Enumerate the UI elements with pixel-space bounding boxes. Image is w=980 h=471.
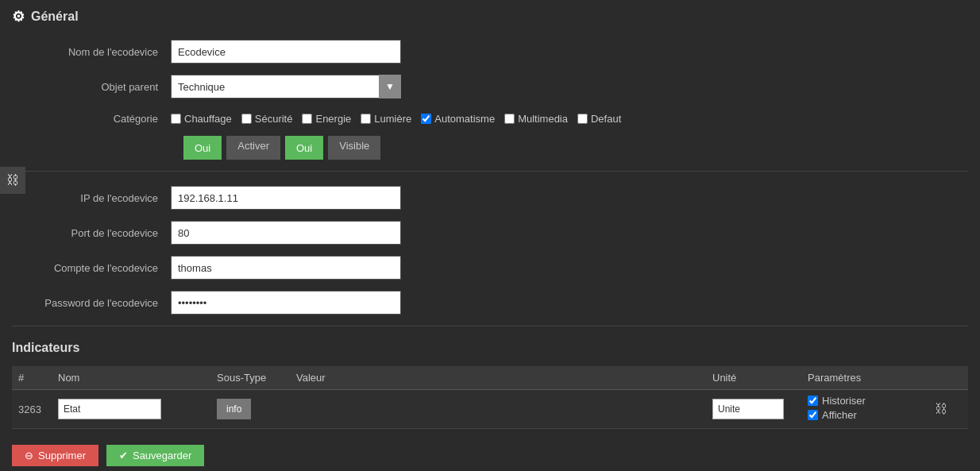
col-header-unite: Unité — [706, 366, 801, 390]
afficher-label: Afficher — [822, 409, 857, 421]
category-multimedia[interactable]: Multimedia — [504, 113, 568, 125]
categories-container: Chauffage Sécurité Energie Lumière Autom… — [171, 113, 621, 125]
ip-ecodevice-group: IP de l'ecodevice — [12, 186, 968, 210]
categorie-group: Catégorie Chauffage Sécurité Energie Lum… — [12, 110, 968, 125]
category-energie[interactable]: Energie — [302, 113, 351, 125]
nom-ecodevice-group: Nom de l'ecodevice — [12, 40, 968, 64]
row-id: 3263 — [12, 390, 52, 429]
activer-visible-row: Oui Activer Oui Visible — [183, 136, 968, 160]
category-chauffage-checkbox[interactable] — [171, 114, 181, 124]
category-securite-label: Sécurité — [255, 113, 293, 125]
category-automatisme[interactable]: Automatisme — [421, 113, 495, 125]
port-ecodevice-label: Port de l'ecodevice — [12, 227, 171, 239]
objet-parent-select[interactable]: Technique — [171, 75, 401, 98]
footer-buttons: ⊖ Supprimer ✔ Sauvegarder — [12, 445, 968, 471]
category-multimedia-label: Multimedia — [518, 113, 568, 125]
row-unite-input[interactable] — [712, 399, 784, 419]
col-header-id: # — [12, 366, 52, 390]
nom-ecodevice-label: Nom de l'ecodevice — [12, 46, 171, 58]
row-action-icon[interactable]: ⛓ — [935, 402, 947, 415]
category-chauffage-label: Chauffage — [184, 113, 232, 125]
category-defaut-checkbox[interactable] — [577, 114, 588, 124]
save-label: Sauvegarder — [133, 450, 191, 461]
general-title: Général — [31, 10, 79, 24]
col-header-nom: Nom — [52, 366, 210, 390]
col-header-actions — [928, 366, 968, 390]
category-defaut[interactable]: Defaut — [577, 113, 621, 125]
category-lumiere-checkbox[interactable] — [361, 114, 371, 124]
port-ecodevice-input[interactable] — [171, 221, 401, 245]
compte-ecodevice-group: Compte de l'ecodevice — [12, 256, 968, 280]
password-ecodevice-group: Password de l'ecodevice — [12, 291, 968, 315]
save-button[interactable]: ✔ Sauvegarder — [106, 445, 204, 466]
save-icon: ✔ — [119, 450, 128, 461]
row-soustype-button[interactable]: info — [217, 399, 251, 419]
compte-ecodevice-label: Compte de l'ecodevice — [12, 262, 171, 274]
visible-status-button[interactable]: Oui — [285, 136, 323, 160]
port-ecodevice-group: Port de l'ecodevice — [12, 221, 968, 245]
objet-parent-label: Objet parent — [12, 81, 171, 93]
ip-ecodevice-label: IP de l'ecodevice — [12, 192, 171, 204]
row-params: Historiser Afficher — [801, 390, 928, 429]
ip-ecodevice-input[interactable] — [171, 186, 401, 210]
activer-label: Activer — [226, 136, 280, 160]
category-securite[interactable]: Sécurité — [241, 113, 293, 125]
indicateurs-title: Indicateurs — [12, 341, 968, 355]
table-row: 3263 info Historiser — [12, 390, 968, 429]
row-valeur — [290, 390, 706, 429]
category-energie-checkbox[interactable] — [302, 114, 312, 124]
row-nom — [52, 390, 210, 429]
category-defaut-label: Defaut — [591, 113, 621, 125]
row-unite — [706, 390, 801, 429]
category-securite-checkbox[interactable] — [241, 114, 252, 124]
gear-icon: ⚙ — [12, 8, 25, 25]
param-afficher: Afficher — [808, 409, 922, 421]
col-header-valeur: Valeur — [290, 366, 706, 390]
row-soustype: info — [210, 390, 290, 429]
objet-parent-select-wrapper: Technique ▼ — [171, 75, 401, 98]
category-automatisme-label: Automatisme — [434, 113, 495, 125]
category-lumiere[interactable]: Lumière — [361, 113, 411, 125]
category-chauffage[interactable]: Chauffage — [171, 113, 232, 125]
col-header-soustype: Sous-Type — [210, 366, 290, 390]
category-multimedia-checkbox[interactable] — [504, 114, 515, 124]
side-config-icon[interactable]: ⛓ — [0, 167, 25, 194]
compte-ecodevice-input[interactable] — [171, 256, 401, 280]
visible-label: Visible — [328, 136, 380, 160]
delete-icon: ⊖ — [25, 450, 33, 461]
indicateurs-table: # Nom Sous-Type Valeur Unité Paramètres … — [12, 366, 968, 429]
row-nom-input[interactable] — [58, 399, 161, 419]
category-automatisme-checkbox[interactable] — [421, 114, 431, 124]
historiser-checkbox[interactable] — [808, 396, 818, 406]
category-energie-label: Energie — [315, 113, 351, 125]
delete-label: Supprimer — [38, 450, 86, 461]
general-section-header: ⚙ Général — [12, 8, 968, 25]
password-ecodevice-input[interactable] — [171, 291, 401, 315]
historiser-label: Historiser — [822, 395, 866, 407]
category-lumiere-label: Lumière — [374, 113, 411, 125]
col-header-params: Paramètres — [801, 366, 928, 390]
password-ecodevice-label: Password de l'ecodevice — [12, 297, 171, 309]
row-actions: ⛓ — [928, 390, 968, 429]
delete-button[interactable]: ⊖ Supprimer — [12, 445, 98, 466]
categorie-label: Catégorie — [12, 113, 171, 125]
objet-parent-group: Objet parent Technique ▼ — [12, 75, 968, 98]
afficher-checkbox[interactable] — [808, 410, 818, 420]
network-icon: ⛓ — [6, 173, 19, 187]
param-historiser: Historiser — [808, 395, 922, 407]
activer-status-button[interactable]: Oui — [183, 136, 222, 160]
nom-ecodevice-input[interactable] — [171, 40, 401, 64]
